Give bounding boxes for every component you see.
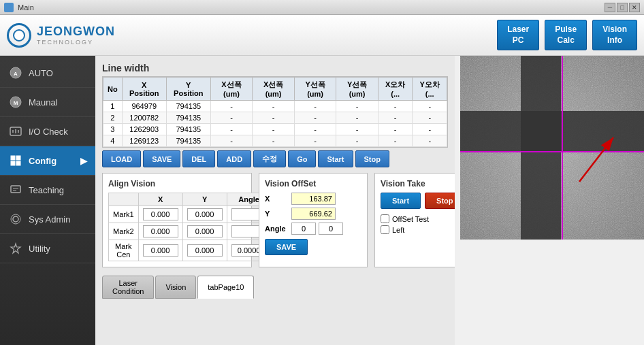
table-cell: - xyxy=(294,112,336,124)
vision-take-title: Vision Take xyxy=(381,179,455,188)
vision-offset-panel: Vision OffSet X Y Angle xyxy=(259,173,368,267)
left-checkbox[interactable] xyxy=(381,225,389,234)
offset-y-input[interactable] xyxy=(291,208,336,220)
offset-x-label: X xyxy=(265,195,289,203)
mark2-x-input[interactable] xyxy=(143,225,178,237)
table-cell: - xyxy=(210,135,253,147)
stop-btn[interactable]: Stop xyxy=(355,150,389,167)
sidebar-item-teaching[interactable]: Teaching xyxy=(0,176,95,205)
logo-inner xyxy=(13,29,25,42)
markcen-y-input[interactable] xyxy=(187,244,223,257)
markcen-y-cell xyxy=(182,240,227,261)
tab-page10[interactable]: tabPage10 xyxy=(197,276,254,299)
table-row: 31262903794135------ xyxy=(103,124,447,135)
col-xpos: X Position xyxy=(122,78,166,101)
offset-angle-label: Angle xyxy=(265,225,289,233)
col-xw2: X선폭(um) xyxy=(253,78,295,101)
logo-area: JEONGWON TECHNOLOGY xyxy=(7,23,115,48)
vision-info-btn[interactable]: VisionInfo xyxy=(592,20,637,50)
table-cell: - xyxy=(378,101,413,112)
save-btn[interactable]: SAVE xyxy=(143,150,180,167)
offset-angle-row: Angle xyxy=(265,223,361,235)
svg-point-15 xyxy=(13,216,18,222)
table-header-row: No X Position Y Position X선폭(um) X선폭(um)… xyxy=(103,78,447,101)
offset-test-checkbox[interactable] xyxy=(381,214,389,223)
add-btn[interactable]: ADD xyxy=(217,150,251,167)
mark1-label: Mark1 xyxy=(109,206,139,223)
table-cell: - xyxy=(210,101,253,112)
vision-stop-btn[interactable]: Stop xyxy=(425,193,455,209)
table-cell: 964979 xyxy=(122,101,166,112)
table-cell: 794135 xyxy=(166,101,210,112)
offset-x-input[interactable] xyxy=(291,193,336,205)
laser-pc-btn[interactable]: LaserPC xyxy=(497,20,539,50)
vision-start-btn[interactable]: Start xyxy=(381,193,421,209)
sidebar: A AUTO M Maunal I/O Check Confi xyxy=(0,56,95,345)
svg-text:M: M xyxy=(14,100,18,106)
col-yw2: Y선폭(um) xyxy=(336,78,379,101)
align-row-mark2: Mark2 xyxy=(109,223,272,240)
table-body: 1964979794135------21200782794135------3… xyxy=(103,101,447,147)
mark2-y-input[interactable] xyxy=(187,225,223,237)
sidebar-item-config[interactable]: Config ▶ xyxy=(0,146,95,176)
col-xerr: X오차(... xyxy=(378,78,413,101)
col-yerr: Y오차(... xyxy=(413,78,447,101)
go-btn[interactable]: Go xyxy=(288,150,316,167)
sidebar-label-teaching: Teaching xyxy=(29,185,64,195)
col-ypos: Y Position xyxy=(166,78,210,101)
table-cell: 1262903 xyxy=(122,124,166,135)
tab-bar: LaserCondition Vision tabPage10 xyxy=(102,276,448,299)
table-cell: - xyxy=(294,101,336,112)
table-cell: - xyxy=(413,135,447,147)
offset-test-row: OffSet Test xyxy=(381,214,455,223)
brand-name: JEONGWON xyxy=(37,24,115,39)
sidebar-item-manual[interactable]: M Maunal xyxy=(0,88,95,117)
pulse-calc-btn[interactable]: PulseCalc xyxy=(545,20,587,50)
sidebar-item-auto[interactable]: A AUTO xyxy=(0,59,95,88)
table-cell: 3 xyxy=(103,124,123,135)
window-controls[interactable]: ─ □ ✕ xyxy=(605,3,640,12)
config-icon xyxy=(8,153,23,168)
offset-angle-input1[interactable] xyxy=(291,223,316,235)
table-cell: - xyxy=(336,112,379,124)
col-yw1: Y선폭(um) xyxy=(294,78,336,101)
mark1-y-input[interactable] xyxy=(187,208,223,220)
align-body: Mark1 Mark2 xyxy=(109,206,272,261)
table-cell: 1269123 xyxy=(122,135,166,147)
table-cell: 1 xyxy=(103,101,123,112)
sidebar-item-io[interactable]: I/O Check xyxy=(0,117,95,146)
markcen-x-cell xyxy=(138,240,182,261)
align-row-markcen: Mark Cen xyxy=(109,240,272,261)
edit-btn[interactable]: 수정 xyxy=(253,150,286,167)
start-btn[interactable]: Start xyxy=(318,150,353,167)
table-cell: - xyxy=(253,135,295,147)
camera-arrow-svg xyxy=(460,56,644,240)
content-area: A AUTO M Maunal I/O Check Confi xyxy=(0,56,644,345)
load-btn[interactable]: LOAD xyxy=(102,150,141,167)
table-cell: - xyxy=(413,112,447,124)
table-row: 41269123794135------ xyxy=(103,135,447,147)
table-cell: - xyxy=(413,124,447,135)
minimize-btn[interactable]: ─ xyxy=(605,3,615,12)
tab-vision[interactable]: Vision xyxy=(155,276,196,299)
logo-circle xyxy=(7,23,31,48)
mark1-x-cell xyxy=(138,206,182,223)
offset-x-row: X xyxy=(265,193,361,205)
markcen-x-input[interactable] xyxy=(143,244,178,257)
svg-line-18 xyxy=(579,137,613,182)
align-header: X Y Angle xyxy=(109,193,272,206)
close-btn[interactable]: ✕ xyxy=(629,3,640,12)
sidebar-item-utility[interactable]: Utility xyxy=(0,234,95,263)
manual-icon: M xyxy=(8,95,23,110)
svg-rect-12 xyxy=(11,186,20,193)
sidebar-item-sysadmin[interactable]: Sys Admin xyxy=(0,205,95,234)
brand-sub: TECHNOLOGY xyxy=(37,39,115,46)
mark1-x-input[interactable] xyxy=(143,208,178,220)
svg-rect-11 xyxy=(16,161,20,165)
del-btn[interactable]: DEL xyxy=(182,150,215,167)
offset-save-btn[interactable]: SAVE xyxy=(265,239,308,255)
maximize-btn[interactable]: □ xyxy=(617,3,628,12)
table-cell: - xyxy=(294,135,336,147)
tab-laser-condition[interactable]: LaserCondition xyxy=(102,276,154,299)
offset-angle-input2[interactable] xyxy=(319,223,343,235)
